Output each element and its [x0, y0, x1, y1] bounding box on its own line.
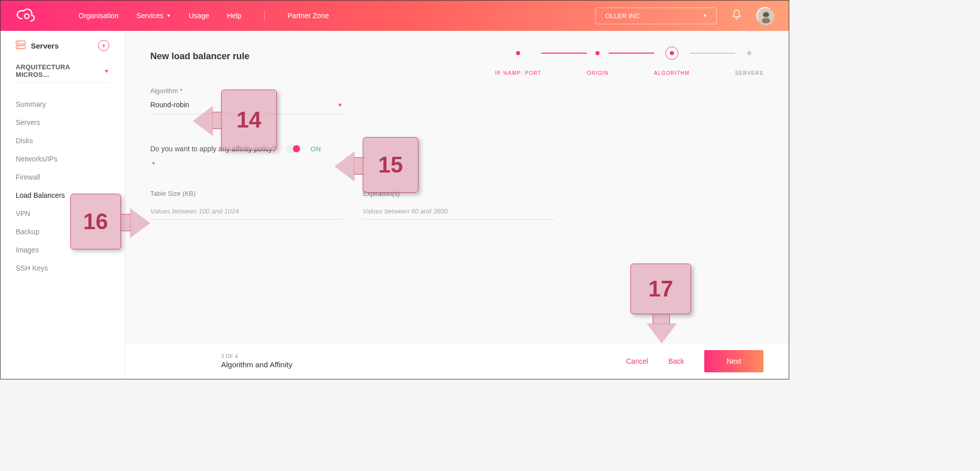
sidebar-item-loadbalancers[interactable]: Load Balancers [16, 186, 109, 204]
nav-organisation[interactable]: Organisation [78, 12, 118, 20]
step-label-3: ALGORITHM [654, 70, 690, 76]
sidebar-item-images[interactable]: Images [16, 241, 109, 259]
nav-services-label: Services [136, 12, 163, 20]
next-button[interactable]: Next [704, 350, 763, 372]
sidebar-item-summary[interactable]: Summary [16, 95, 109, 113]
algorithm-label: Algorithm * [150, 87, 763, 95]
cancel-button[interactable]: Cancel [626, 357, 648, 365]
step-label-4: SERVERS [735, 70, 763, 76]
nav-partner-zone[interactable]: Partner Zone [287, 12, 329, 20]
svg-rect-3 [762, 18, 770, 23]
tablesize-input[interactable] [150, 203, 343, 220]
info-dot-icon [152, 162, 155, 164]
step-label-1: IP %AMP: PORT [495, 70, 541, 76]
svg-rect-4 [763, 13, 769, 16]
affinity-question: Do you want to apply any affinity policy… [150, 145, 276, 153]
algorithm-value: Round-robin [150, 101, 189, 109]
sidebar-item-vpn[interactable]: VPN [16, 204, 109, 223]
sidebar-title: Servers [31, 41, 59, 50]
footer-step-count: 3 OF 4 [221, 354, 292, 359]
servers-section-icon [16, 40, 26, 51]
sidebar: Servers + ARQUITECTURA MICROS… ▼ Summary… [1, 31, 125, 379]
sidebar-item-networks[interactable]: Networks/IPs [16, 150, 109, 168]
sidebar-item-firewall[interactable]: Firewall [16, 168, 109, 186]
chevron-down-icon: ▼ [104, 68, 109, 74]
header: Organisation Services ▼ Usage Help Partn… [1, 1, 789, 31]
step-label-2: ORIGIN [587, 70, 609, 76]
sidebar-item-sshkeys[interactable]: SSH Keys [16, 259, 109, 277]
nav-separator [264, 11, 265, 21]
divider [16, 82, 109, 83]
top-nav: Organisation Services ▼ Usage Help Partn… [78, 11, 329, 21]
svg-point-7 [18, 42, 19, 43]
algorithm-select[interactable]: Round-robin ▼ [150, 101, 343, 114]
sidebar-header: Servers + [16, 40, 109, 51]
wizard-footer: 3 OF 4 Algorithm and Affinity Cancel Bac… [125, 342, 789, 379]
chevron-down-icon: ▼ [703, 13, 707, 18]
main: New load balancer rule IP %AMP: PORT ORI… [125, 31, 789, 379]
nav-help[interactable]: Help [227, 12, 241, 20]
expiration-input[interactable] [363, 203, 555, 220]
tablesize-label: Table Size (KB) [150, 190, 343, 197]
sidebar-item-servers[interactable]: Servers [16, 113, 109, 132]
logo[interactable] [16, 8, 38, 24]
notifications-icon[interactable] [732, 10, 741, 22]
org-selector[interactable]: OLLER INC ▼ [595, 8, 717, 24]
toggle-on-label: ON [311, 145, 321, 153]
avatar[interactable] [756, 7, 774, 24]
org-selector-label: OLLER INC [605, 12, 640, 20]
sidebar-item-disks[interactable]: Disks [16, 132, 109, 150]
expiration-label: Expiration(s) [363, 190, 555, 197]
sidebar-item-backup[interactable]: Backup [16, 223, 109, 241]
chevron-down-icon: ▼ [166, 13, 171, 18]
svg-point-8 [18, 47, 19, 48]
affinity-toggle[interactable] [286, 145, 301, 153]
chevron-down-icon: ▼ [337, 102, 343, 108]
nav-usage[interactable]: Usage [189, 12, 209, 20]
project-selector[interactable]: ARQUITECTURA MICROS… ▼ [16, 63, 109, 78]
svg-rect-5 [16, 41, 25, 44]
nav-services[interactable]: Services ▼ [136, 12, 171, 20]
back-button[interactable]: Back [668, 357, 684, 365]
project-name: ARQUITECTURA MICROS… [16, 63, 104, 78]
footer-step-title: Algorithm and Affinity [221, 360, 292, 369]
svg-point-0 [25, 14, 29, 19]
wizard-stepper: IP %AMP: PORT ORIGIN ALGORITHM SERVERS [495, 51, 763, 76]
add-server-button[interactable]: + [98, 40, 109, 51]
svg-rect-6 [16, 46, 25, 49]
